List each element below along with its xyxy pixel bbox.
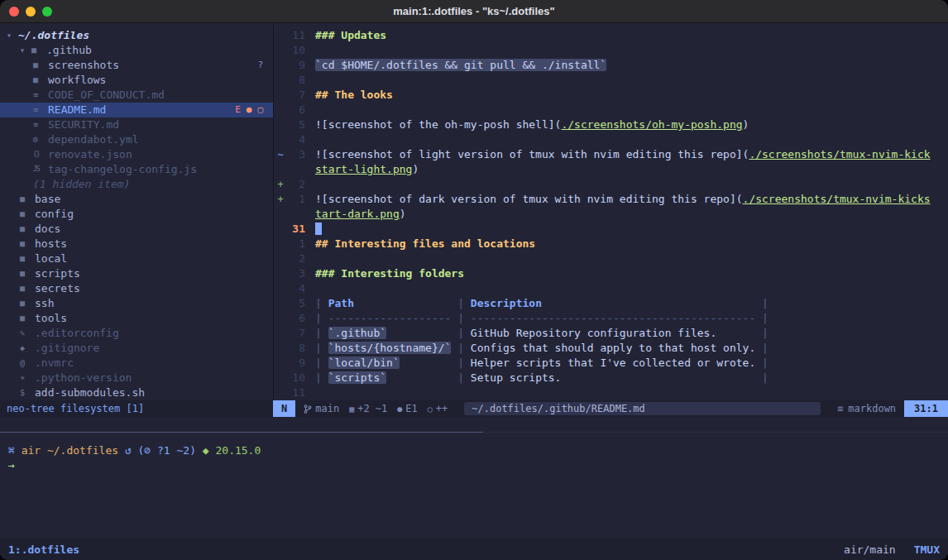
node-icon: ◆: [203, 444, 216, 457]
tree-item-label: .editorconfig: [35, 326, 119, 341]
nvm-icon: @: [20, 356, 35, 371]
gutter-sign: +: [274, 192, 287, 207]
tree-item[interactable]: ■workflows: [0, 73, 273, 88]
filetype-label: markdown: [848, 403, 896, 414]
tree-item[interactable]: (1 hidden item): [0, 177, 273, 192]
tree-item[interactable]: ■secrets: [0, 281, 273, 296]
editor-line[interactable]: 1## Interesting files and locations: [274, 237, 948, 251]
filetype: ≡ markdown: [829, 400, 904, 417]
editor-line[interactable]: 11: [274, 385, 948, 400]
editor-line[interactable]: 2: [274, 251, 948, 266]
editor-line[interactable]: 6| ------------------- | ---------------…: [274, 311, 948, 326]
line-number: 7: [287, 326, 315, 341]
editor-line[interactable]: 4: [274, 281, 948, 296]
tree-item[interactable]: JStag-changelog-config.js: [0, 162, 273, 177]
gutter-sign: [274, 117, 287, 132]
tree-item[interactable]: ■docs: [0, 222, 273, 237]
tree-item[interactable]: ▾■.github: [0, 43, 273, 58]
git-branch-icon: [304, 404, 312, 414]
text-segment: Helper scripts that I've collected or wr…: [471, 357, 755, 369]
lsp-status: ○ ++: [428, 403, 448, 414]
js-icon: JS: [33, 162, 48, 177]
tmux-statusbar-right: air/main TMUX: [844, 543, 940, 556]
shell-input-line[interactable]: →: [8, 458, 940, 473]
tree-item[interactable]: ■scripts: [0, 266, 273, 281]
tree-item[interactable]: ■local: [0, 251, 273, 266]
close-button[interactable]: [9, 7, 19, 17]
editor-line[interactable]: ~3![screenshot of light version of tmux …: [274, 147, 948, 162]
text-segment: |: [315, 371, 328, 384]
tree-item[interactable]: ■base: [0, 192, 273, 207]
tree-item-label: ssh: [35, 296, 54, 311]
tmux-window-1[interactable]: 1:.dotfiles: [8, 543, 79, 556]
markdown-link-url[interactable]: start-light.png: [315, 163, 412, 175]
markdown-link-url[interactable]: tart-dark.png: [315, 208, 400, 220]
tree-item[interactable]: ✎.editorconfig: [0, 326, 273, 341]
text-segment: `hosts/{hostname}/`: [328, 342, 452, 354]
tree-item[interactable]: ∗.python-version: [0, 371, 273, 385]
tree-item-label: add-submodules.sh: [35, 385, 145, 400]
editor-panel[interactable]: 11### Updates 10 9`cd $HOME/.dotfiles &&…: [273, 23, 948, 400]
line-number: 4: [287, 281, 315, 296]
editor-line[interactable]: 4: [274, 132, 948, 147]
editor-line[interactable]: 10| `scripts` | Setup scripts. |: [274, 371, 948, 385]
markdown-link-url[interactable]: ./screenshots/oh-my-posh.png: [561, 118, 742, 131]
tree-item[interactable]: ≡SECURITY.md: [0, 117, 273, 132]
editor-line[interactable]: 7## The looks: [274, 88, 948, 103]
editor-line[interactable]: 5![screenshot of the oh-my-posh shell](.…: [274, 117, 948, 132]
gutter-sign: [274, 237, 287, 251]
markdown-link-url[interactable]: ./screenshots/tmux-nvim-kicks: [743, 193, 931, 205]
text-segment: |: [315, 312, 328, 324]
editor-line[interactable]: 9| `local/bin` | Helper scripts that I'v…: [274, 356, 948, 371]
editor-line[interactable]: 11### Updates: [274, 28, 948, 43]
editor-line[interactable]: tart-dark.png): [274, 207, 948, 222]
tree-item[interactable]: $add-submodules.sh: [0, 385, 273, 400]
editor-line[interactable]: 5| Path | Description |: [274, 296, 948, 311]
editor-line[interactable]: 3### Interesting folders: [274, 266, 948, 281]
tree-item[interactable]: ■ssh: [0, 296, 273, 311]
editor-line[interactable]: 9`cd $HOME/.dotfiles && git pull && ./in…: [274, 58, 948, 73]
editor-line[interactable]: +2: [274, 177, 948, 192]
tree-item[interactable]: ■config: [0, 207, 273, 222]
markdown-link-url[interactable]: ./screenshots/tmux-nvim-kick: [749, 148, 930, 160]
tree-item[interactable]: ≡CODE_OF_CONDUCT.md: [0, 88, 273, 103]
line-content: ![screenshot of dark version of tmux wit…: [315, 192, 931, 207]
line-content: ### Updates: [315, 28, 386, 43]
tree-item[interactable]: {}renovate.json: [0, 147, 273, 162]
gear-icon: ⚙: [33, 132, 48, 147]
text-segment: |: [315, 357, 328, 369]
editor-line[interactable]: 10: [274, 43, 948, 58]
markdown-file-icon: ≡: [33, 117, 48, 132]
tree-item[interactable]: @.nvmrc: [0, 356, 273, 371]
line-number: 2: [287, 251, 315, 266]
gutter-sign: [274, 58, 287, 73]
tree-item[interactable]: ■hosts: [0, 237, 273, 251]
editor-line[interactable]: 8| `hosts/{hostname}/` | Configs that sh…: [274, 341, 948, 356]
traffic-lights: [9, 7, 52, 17]
minimize-button[interactable]: [26, 7, 36, 17]
text-segment: |: [315, 327, 328, 339]
editor-line[interactable]: 8: [274, 73, 948, 88]
zoom-button[interactable]: [42, 7, 52, 17]
tree-item[interactable]: ⚙dependabot.yml: [0, 132, 273, 147]
tree-item[interactable]: ≡README.mdE●▢: [0, 103, 273, 117]
editor-line[interactable]: 6: [274, 103, 948, 117]
editor-line[interactable]: 31: [274, 222, 948, 237]
editor-line[interactable]: 7| `.github` | GitHub Repository configu…: [274, 326, 948, 341]
tree-item-badges: E●▢: [235, 103, 263, 117]
python-icon: ∗: [20, 371, 35, 385]
tree-item[interactable]: ▾~/.dotfiles: [0, 28, 273, 43]
folder-icon: ■: [20, 266, 35, 281]
line-number: 11: [287, 28, 315, 43]
line-content: `cd $HOME/.dotfiles && git pull && ./ins…: [315, 58, 606, 73]
neotree-list: ▾~/.dotfiles▾■.github■screenshots?■workf…: [0, 28, 273, 400]
git-diff: ▦ +2 ~1: [349, 403, 387, 414]
tree-item[interactable]: ■screenshots?: [0, 58, 273, 73]
editor-line[interactable]: start-light.png): [274, 162, 948, 177]
shell-pane[interactable]: ⌘ air ~/.dotfiles ↺ (⊘ ?1 ~2) ◆ 20.15.0 …: [0, 433, 948, 538]
tree-item[interactable]: ■tools: [0, 311, 273, 326]
folder-icon: ■: [31, 43, 46, 58]
editor-line[interactable]: +1![screenshot of dark version of tmux w…: [274, 192, 948, 207]
tree-item[interactable]: ◆.gitignore: [0, 341, 273, 356]
gutter-sign: [274, 88, 287, 103]
